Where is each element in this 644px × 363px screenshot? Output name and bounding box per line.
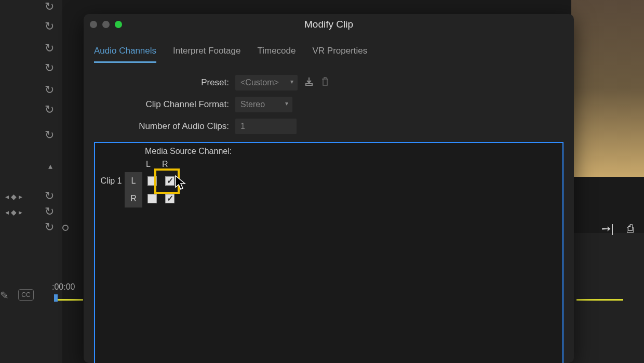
tab-vr-properties[interactable]: VR Properties	[312, 43, 367, 63]
clip-format-select[interactable]: Stereo	[235, 97, 292, 112]
dialog-title: Modify Clip	[304, 19, 353, 30]
insert-icon[interactable]: ➙|	[601, 222, 614, 236]
modify-clip-dialog: Modify Clip Audio Channels Interpret Foo…	[84, 14, 574, 363]
column-label-r: R	[162, 160, 168, 169]
redo-icon: ↻	[45, 61, 54, 75]
checkbox-r-r[interactable]	[165, 194, 175, 203]
pen-tool-icon[interactable]: ✎	[0, 289, 9, 302]
clip-format-label: Clip Channel Format:	[94, 99, 229, 110]
preset-label: Preset:	[94, 77, 229, 88]
keyframe-nav[interactable]: ◂ ◆ ▸	[5, 208, 22, 216]
background-right-bottom	[571, 233, 644, 363]
dialog-titlebar[interactable]: Modify Clip	[84, 14, 574, 35]
column-label-l: L	[146, 160, 151, 169]
save-preset-icon[interactable]	[304, 76, 314, 89]
circle-marker-icon	[62, 225, 69, 231]
channel-row-l: Clip 1 L	[95, 172, 562, 190]
channel-row-r: R	[95, 190, 562, 208]
checkbox-l-r[interactable]	[165, 176, 175, 186]
num-clips-label: Number of Audio Clips:	[94, 121, 229, 132]
checkbox-r-l[interactable]	[147, 194, 157, 203]
row-label-r: R	[125, 190, 142, 208]
window-maximize-button[interactable]	[115, 21, 122, 28]
redo-icon: ↻	[45, 128, 54, 142]
checkbox-l-l[interactable]	[147, 176, 157, 186]
dialog-tabs: Audio Channels Interpret Footage Timecod…	[94, 43, 564, 63]
delete-preset-icon[interactable]	[320, 76, 330, 89]
redo-icon: ↻	[45, 20, 54, 33]
clip-label: Clip 1	[95, 176, 125, 186]
cc-toggle[interactable]: CC	[18, 289, 34, 301]
keyframe-nav[interactable]: ◂ ◆ ▸	[5, 192, 22, 201]
window-close-button[interactable]	[90, 21, 97, 28]
redo-icon: ↻	[45, 205, 54, 218]
redo-icon: ↻	[45, 189, 54, 203]
collapse-up-icon[interactable]: ▴	[48, 161, 52, 171]
timeline-highlight	[55, 299, 83, 301]
channel-matrix-area: Media Source Channel: L R Clip 1 L R	[94, 142, 564, 363]
redo-icon: ↻	[45, 221, 54, 234]
tab-interpret-footage[interactable]: Interpret Footage	[173, 43, 240, 63]
tab-audio-channels[interactable]: Audio Channels	[94, 43, 156, 63]
row-label-l: L	[125, 172, 142, 190]
redo-icon: ↻	[45, 0, 54, 14]
redo-icon: ↻	[45, 83, 54, 97]
redo-icon: ↻	[45, 42, 54, 55]
tab-timecode[interactable]: Timecode	[257, 43, 296, 63]
media-source-channel-header: Media Source Channel:	[95, 143, 562, 160]
timeline-highlight-right	[576, 299, 623, 301]
export-icon[interactable]: ⎙	[627, 222, 634, 236]
redo-icon: ↻	[45, 103, 54, 116]
background-preview-panel	[571, 0, 644, 177]
preset-select[interactable]: <Custom>	[235, 75, 298, 90]
window-minimize-button[interactable]	[102, 21, 110, 28]
playhead[interactable]	[54, 294, 58, 302]
num-clips-input[interactable]	[235, 119, 297, 134]
